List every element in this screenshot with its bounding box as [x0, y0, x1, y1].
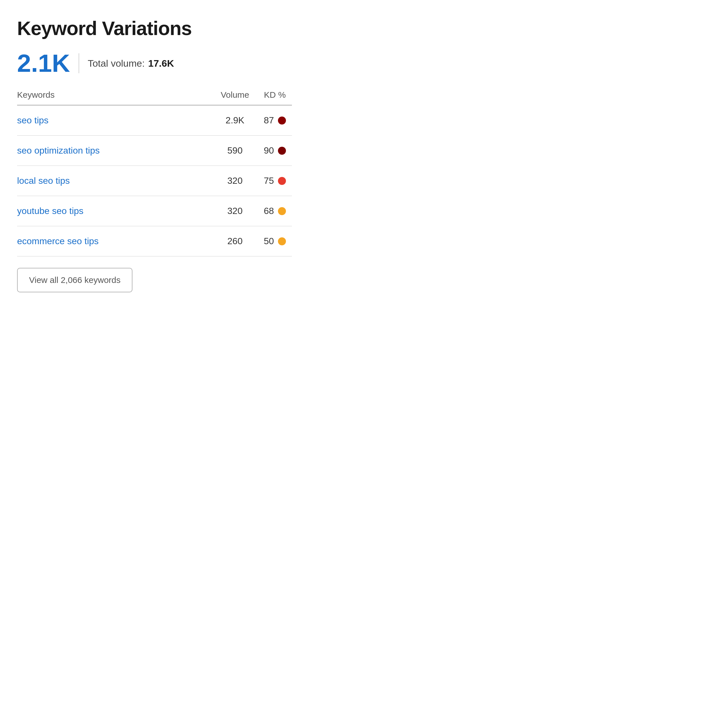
col-header-keywords: Keywords	[17, 90, 212, 100]
keyword-count: 2.1K	[17, 51, 70, 76]
table-row: youtube seo tips 320 68	[17, 196, 292, 226]
volume-cell: 2.9K	[212, 115, 258, 126]
kd-value: 50	[264, 236, 274, 247]
col-header-kd: KD %	[258, 90, 292, 100]
table-row: ecommerce seo tips 260 50	[17, 226, 292, 256]
kd-value: 87	[264, 115, 274, 126]
table-row: local seo tips 320 75	[17, 166, 292, 196]
summary-divider	[79, 53, 79, 73]
kd-cell: 90	[258, 145, 292, 156]
volume-cell: 590	[212, 145, 258, 156]
total-volume-label: Total volume:	[88, 58, 145, 69]
kd-cell: 75	[258, 175, 292, 186]
total-volume-value: 17.6K	[148, 58, 174, 69]
table-header: Keywords Volume KD %	[17, 90, 292, 105]
col-header-volume: Volume	[212, 90, 258, 100]
keyword-link[interactable]: local seo tips	[17, 175, 212, 186]
kd-dot	[278, 237, 286, 245]
keyword-link[interactable]: ecommerce seo tips	[17, 236, 212, 247]
kd-dot	[278, 147, 286, 155]
kd-dot	[278, 207, 286, 215]
kd-cell: 50	[258, 236, 292, 247]
table-body: seo tips 2.9K 87 seo optimization tips 5…	[17, 105, 292, 256]
volume-cell: 260	[212, 236, 258, 247]
summary-row: 2.1K Total volume: 17.6K	[17, 51, 292, 76]
kd-value: 90	[264, 145, 274, 156]
table-row: seo optimization tips 590 90	[17, 136, 292, 166]
kd-value: 68	[264, 206, 274, 216]
kd-dot	[278, 177, 286, 185]
keyword-link[interactable]: seo tips	[17, 115, 212, 126]
kd-dot	[278, 117, 286, 125]
table-row: seo tips 2.9K 87	[17, 105, 292, 136]
keyword-link[interactable]: seo optimization tips	[17, 145, 212, 156]
keyword-link[interactable]: youtube seo tips	[17, 206, 212, 216]
volume-cell: 320	[212, 206, 258, 216]
view-all-button[interactable]: View all 2,066 keywords	[17, 268, 132, 292]
kd-cell: 87	[258, 115, 292, 126]
volume-cell: 320	[212, 175, 258, 186]
keywords-table: Keywords Volume KD % seo tips 2.9K 87 se…	[17, 90, 292, 256]
page-title: Keyword Variations	[17, 17, 292, 39]
kd-cell: 68	[258, 206, 292, 216]
kd-value: 75	[264, 175, 274, 186]
